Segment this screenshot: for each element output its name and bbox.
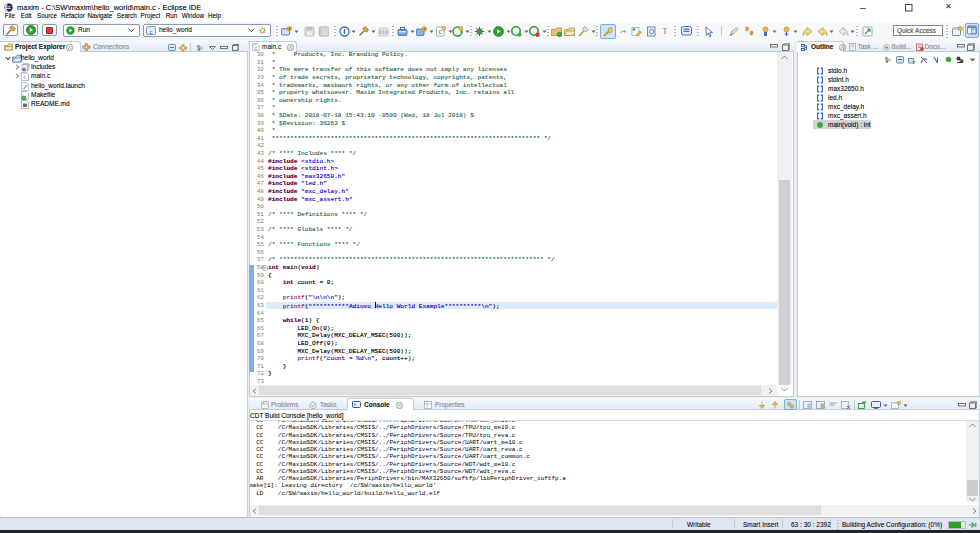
- svg-text:T: T: [663, 27, 668, 36]
- svg-text:010: 010: [379, 30, 388, 36]
- svg-text:c: c: [254, 45, 257, 51]
- svg-text:c: c: [23, 75, 26, 81]
- svg-text:c: c: [150, 29, 153, 35]
- svg-text:z: z: [913, 59, 916, 65]
